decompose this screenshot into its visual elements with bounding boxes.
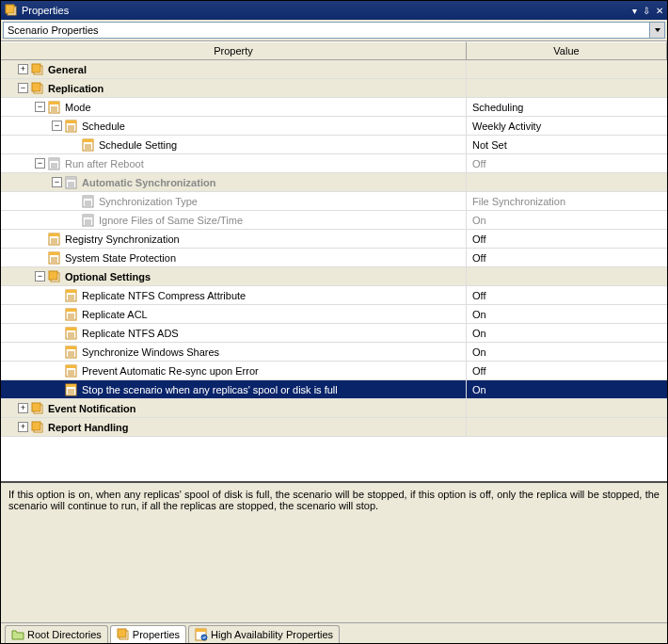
label: Schedule	[82, 121, 125, 132]
value: Not Set	[467, 139, 667, 151]
value: On	[467, 328, 667, 339]
row-schedule-setting[interactable]: Schedule Setting Not Set	[1, 136, 667, 154]
dropdown-icon[interactable]: ▾	[632, 6, 637, 16]
value: Off	[467, 252, 667, 264]
scenario-dropdown-row: Scenario Properties	[1, 20, 667, 41]
tab-ha-properties[interactable]: High Availability Properties	[188, 625, 340, 643]
window-title: Properties	[22, 5, 632, 16]
scenario-combo-button[interactable]	[650, 22, 665, 39]
ha-icon	[195, 628, 208, 641]
label: General	[48, 64, 87, 75]
titlebar: Properties ▾ ⇩ ✕	[1, 1, 667, 20]
value: Weekly Activity	[467, 121, 667, 132]
stack-icon	[31, 402, 44, 415]
description-panel: If this option is on, when any replicas'…	[1, 481, 667, 622]
label: Report Handling	[48, 422, 129, 433]
folder-icon	[11, 628, 24, 641]
expander-minus-icon[interactable]: −	[52, 177, 62, 187]
tab-label: Properties	[133, 629, 180, 640]
row-run-after-reboot[interactable]: −Run after Reboot Off	[1, 154, 667, 173]
row-schedule[interactable]: −Schedule Weekly Activity	[1, 117, 667, 136]
close-icon[interactable]: ✕	[656, 6, 663, 16]
row-report-handling[interactable]: +Report Handling	[1, 418, 667, 437]
doc-icon	[65, 364, 78, 378]
label: Run after Reboot	[65, 158, 144, 169]
properties-icon	[5, 4, 18, 17]
doc-icon	[48, 251, 61, 265]
label: Event Notification	[48, 403, 136, 414]
row-replicate-ntfs[interactable]: Replicate NTFS Compress Attribute Off	[1, 286, 667, 305]
doc-icon	[65, 289, 78, 302]
label: Registry Synchronization	[65, 233, 180, 245]
label: System State Protection	[65, 252, 176, 264]
pin-icon[interactable]: ⇩	[643, 6, 650, 16]
value: Off	[467, 158, 667, 169]
row-replicate-ads[interactable]: Replicate NTFS ADS On	[1, 324, 667, 343]
expander-plus-icon[interactable]: +	[18, 403, 28, 413]
label: Replicate ACL	[82, 309, 148, 320]
row-prevent-resync[interactable]: Prevent Automatic Re-sync upon Error Off	[1, 362, 667, 380]
scenario-combo-value: Scenario Properties	[8, 24, 99, 36]
label: Schedule Setting	[99, 139, 177, 151]
row-replication[interactable]: −Replication	[1, 79, 667, 98]
doc-icon	[65, 383, 78, 396]
label: Prevent Automatic Re-sync upon Error	[82, 365, 259, 377]
tab-label: High Availability Properties	[211, 629, 333, 640]
label: Synchronize Windows Shares	[82, 346, 219, 358]
tab-label: Root Directories	[27, 629, 102, 640]
value: On	[467, 215, 667, 226]
doc-icon	[48, 233, 61, 246]
row-optional-settings[interactable]: −Optional Settings	[1, 267, 667, 286]
label: Stop the scenario when any replicas' spo…	[82, 384, 338, 395]
row-general[interactable]: +General	[1, 60, 667, 79]
header-property[interactable]: Property	[1, 41, 467, 59]
row-replicate-acl[interactable]: Replicate ACL On	[1, 305, 667, 324]
doc-icon	[65, 327, 78, 340]
row-registry-sync[interactable]: Registry Synchronization Off	[1, 230, 667, 249]
value: File Synchronization	[467, 196, 667, 207]
stack-icon	[31, 421, 44, 434]
tab-bar: Root Directories Properties High Availab…	[1, 622, 667, 643]
row-sync-type[interactable]: Synchronization Type File Synchronizatio…	[1, 192, 667, 211]
expander-minus-icon[interactable]: −	[35, 102, 45, 112]
doc-disabled-icon	[82, 195, 95, 208]
label: Ignore Files of Same Size/Time	[99, 215, 243, 226]
expander-plus-icon[interactable]: +	[18, 422, 28, 432]
label: Replicate NTFS ADS	[82, 328, 179, 339]
doc-icon	[65, 308, 78, 321]
row-system-state[interactable]: System State Protection Off	[1, 249, 667, 267]
stack-icon	[31, 82, 44, 95]
tab-root-directories[interactable]: Root Directories	[5, 625, 108, 643]
expander-plus-icon[interactable]: +	[18, 64, 28, 74]
row-stop-scenario[interactable]: Stop the scenario when any replicas' spo…	[1, 380, 667, 399]
properties-icon	[117, 628, 130, 641]
scenario-combo[interactable]: Scenario Properties	[3, 22, 650, 39]
property-tree[interactable]: +General −Replication −Mode Scheduling −…	[1, 60, 667, 481]
tab-properties[interactable]: Properties	[110, 625, 186, 643]
row-ignore-files[interactable]: Ignore Files of Same Size/Time On	[1, 211, 667, 230]
value: Off	[467, 290, 667, 301]
value: On	[467, 384, 667, 395]
label: Mode	[65, 102, 91, 113]
expander-minus-icon[interactable]: −	[18, 83, 28, 93]
expander-minus-icon[interactable]: −	[35, 271, 45, 282]
doc-disabled-icon	[82, 214, 95, 227]
stack-icon	[48, 270, 61, 283]
stack-icon	[31, 63, 44, 76]
value: Off	[467, 365, 667, 377]
row-mode[interactable]: −Mode Scheduling	[1, 98, 667, 117]
row-event-notification[interactable]: +Event Notification	[1, 399, 667, 418]
doc-icon	[48, 101, 61, 114]
stack-disabled-icon	[65, 176, 78, 189]
value: Off	[467, 233, 667, 245]
column-headers: Property Value	[1, 41, 667, 60]
expander-minus-icon[interactable]: −	[52, 121, 62, 131]
label: Optional Settings	[65, 271, 151, 282]
label: Replication	[48, 83, 103, 94]
row-automatic-sync[interactable]: −Automatic Synchronization	[1, 173, 667, 192]
description-text: If this option is on, when any replicas'…	[8, 489, 660, 511]
row-sync-shares[interactable]: Synchronize Windows Shares On	[1, 343, 667, 362]
doc-icon	[82, 138, 95, 152]
header-value[interactable]: Value	[467, 41, 667, 59]
expander-minus-icon[interactable]: −	[35, 158, 45, 169]
